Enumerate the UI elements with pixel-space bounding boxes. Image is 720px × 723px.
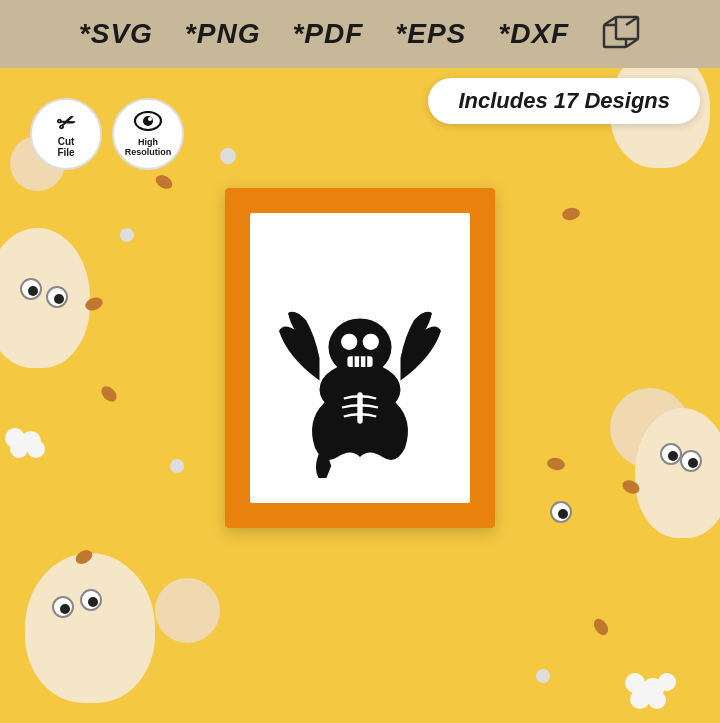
scissors-icon: ✂	[53, 108, 79, 139]
cut-file-badge: ✂ Cut File	[30, 98, 102, 170]
eye-icon	[134, 111, 162, 137]
dot-1	[120, 228, 134, 242]
header-bar: *SVG *PNG *PDF *EPS *DXF	[0, 0, 720, 68]
nut-7	[561, 207, 581, 222]
dot-3	[536, 669, 550, 683]
googly-eye-8	[680, 450, 702, 472]
format-png: *PNG	[185, 18, 261, 50]
cut-label-line1: Cut	[58, 136, 75, 147]
ghost-cookie-left	[0, 228, 90, 368]
ghost-skeleton-svg	[270, 238, 450, 478]
googly-eye-4	[46, 286, 68, 308]
svg-point-6	[143, 116, 153, 126]
high-res-line2: Resolution	[125, 147, 172, 157]
googly-eye-7	[660, 443, 682, 465]
includes-banner: Includes 17 Designs	[428, 78, 700, 124]
dot-2	[220, 148, 236, 164]
popcorn-cluster	[620, 673, 680, 713]
svg-point-11	[363, 334, 379, 350]
nut-1	[153, 172, 175, 191]
popcorn-cluster-left	[5, 428, 55, 463]
main-content: Includes 17 Designs ✂ Cut File High Reso…	[0, 68, 720, 723]
svg-point-10	[341, 334, 357, 350]
includes-text: Includes 17 Designs	[458, 88, 670, 113]
3d-box-icon	[601, 14, 641, 54]
googly-eye-6	[80, 589, 102, 611]
googly-eye-5	[52, 596, 74, 618]
svg-point-7	[148, 117, 152, 121]
cut-label-line2: File	[57, 147, 74, 158]
round-cookie-bottom	[155, 578, 220, 643]
nut-6	[591, 616, 611, 638]
googly-eye-card-bottom	[550, 501, 572, 523]
nut-3	[98, 383, 119, 404]
card-frame	[225, 188, 495, 528]
nut-4	[546, 457, 566, 472]
format-pdf: *PDF	[292, 18, 363, 50]
ghost-cookie-right	[635, 408, 720, 538]
format-eps: *EPS	[395, 18, 466, 50]
ghost-cookie-bottom-left	[25, 553, 155, 703]
high-res-line1: High	[138, 137, 158, 147]
svg-rect-16	[357, 392, 362, 424]
googly-eye-3	[20, 278, 42, 300]
svg-point-9	[329, 318, 392, 376]
card-inner	[250, 213, 470, 503]
format-svg: *SVG	[79, 18, 153, 50]
format-dxf: *DXF	[498, 18, 569, 50]
high-resolution-badge: High Resolution	[112, 98, 184, 170]
dot-4	[170, 459, 184, 473]
